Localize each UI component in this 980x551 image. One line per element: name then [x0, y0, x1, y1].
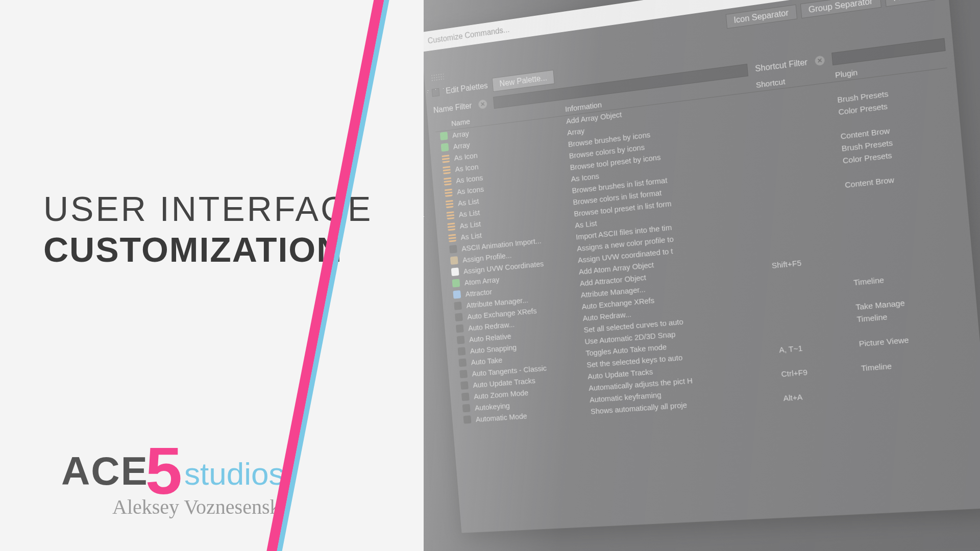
row-icon [442, 154, 450, 163]
new-palette-button[interactable]: New Palette... [492, 70, 555, 92]
row-icon [462, 404, 471, 413]
row-icon [445, 188, 453, 197]
edit-palettes-checkbox[interactable] [432, 88, 440, 97]
row-icon [444, 177, 452, 186]
icon-separator-button[interactable]: Icon Separator [725, 5, 797, 29]
drag-handle-icon[interactable] [430, 72, 444, 82]
row-icon [451, 267, 459, 276]
row-icon [443, 166, 451, 174]
author-name: Aleksey Voznesenski [112, 495, 286, 519]
row-icon [460, 381, 469, 390]
commands-list[interactable]: ArrayAdd Array ObjectArrayArrayBrush Pre… [435, 68, 980, 537]
row-icon [455, 313, 463, 321]
row-icon [446, 199, 454, 208]
row-icon [450, 256, 458, 265]
logo: ACE5studios [61, 423, 284, 500]
logo-studios: studios [184, 456, 284, 492]
shortcut-filter-label: Shortcut Filter [755, 58, 808, 74]
row-icon [441, 143, 449, 152]
row-icon [458, 347, 466, 356]
row-icon [449, 245, 457, 254]
name-filter-label: Name Filter [433, 101, 472, 115]
title-line-2: CUSTOMIZATION [43, 230, 342, 269]
row-icon [448, 234, 456, 242]
row-icon [463, 415, 472, 424]
title-line-1: USER INTERFACE [43, 189, 373, 229]
row-icon [453, 290, 461, 299]
clear-shortcut-filter-icon[interactable]: ✕ [815, 55, 825, 66]
row-icon [457, 336, 465, 344]
row-icon [461, 392, 470, 401]
row-icon [440, 132, 448, 140]
clear-name-filter-icon[interactable]: ✕ [478, 99, 487, 110]
group-separator-button[interactable]: Group Separator [800, 0, 881, 18]
fill-space-button[interactable]: Fill Space [885, 0, 941, 7]
edit-palettes-label: Edit Palettes [446, 81, 488, 95]
row-icon [447, 211, 455, 219]
logo-ace: ACE [61, 448, 149, 494]
row-icon [452, 279, 460, 288]
customize-commands-window: Customize Commands... — ▢ ✕ Icon Separat… [420, 0, 980, 534]
row-icon [454, 302, 462, 310]
row-icon [456, 324, 464, 333]
row-icon [459, 370, 468, 379]
row-icon [458, 359, 467, 367]
row-icon [447, 222, 455, 231]
